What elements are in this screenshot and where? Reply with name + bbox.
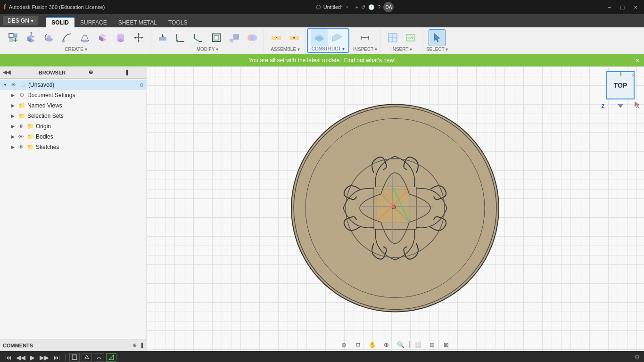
origin-visibility-icon[interactable]: 👁	[17, 123, 25, 130]
notification-close-btn[interactable]: ×	[636, 57, 639, 64]
close-btn[interactable]: ×	[631, 3, 640, 12]
new-component-btn[interactable]	[5, 29, 22, 46]
assemble-label[interactable]: ASSEMBLE ▾	[271, 47, 300, 53]
notification-link[interactable]: Find out what's new.	[344, 57, 395, 64]
select-label[interactable]: SELECT ▾	[426, 47, 448, 53]
as-built-joint-btn[interactable]	[286, 29, 303, 46]
select-btn[interactable]	[429, 29, 446, 46]
svg-rect-69	[72, 355, 77, 360]
user-icon[interactable]: DA	[383, 2, 394, 12]
loft-btn[interactable]	[76, 29, 93, 46]
modify-label[interactable]: MODIFY ▾	[197, 47, 218, 53]
shell-btn[interactable]	[208, 29, 225, 46]
help-icon[interactable]: ?	[378, 4, 380, 10]
app-title: Autodesk Fusion 360 (Education License)	[9, 4, 105, 10]
scale-btn[interactable]	[226, 29, 243, 46]
design-button[interactable]: DESIGN ▾	[3, 16, 38, 25]
extrude-btn[interactable]	[23, 29, 40, 46]
insert-label[interactable]: INSERT ▾	[391, 47, 412, 53]
svg-rect-33	[230, 39, 233, 42]
tab-sheet-metal[interactable]: SHEET METAL	[113, 18, 163, 27]
settings-cog-btn[interactable]: ⚙	[634, 354, 640, 361]
fillet-btn[interactable]	[172, 29, 189, 46]
browser-collapse-btn[interactable]: ▐	[110, 68, 143, 77]
svg-marker-24	[138, 41, 140, 42]
hand-btn[interactable]: ✋	[366, 339, 379, 350]
collapse-sidebar-btn[interactable]: ◀◀	[3, 69, 36, 75]
tree-item-root[interactable]: ▼ 👁 ☐ (Unsaved) ⚙	[0, 80, 146, 90]
bodies-visibility-icon[interactable]: 👁	[17, 133, 25, 140]
construct-label[interactable]: CONSTRUCT ▾	[312, 46, 345, 52]
compass-close-btn[interactable]: ×	[632, 72, 638, 79]
insert-mesh-btn[interactable]	[384, 29, 401, 46]
grid-btn[interactable]: ⊞	[426, 339, 439, 350]
tab-tools[interactable]: TOOLS	[163, 18, 193, 27]
tab-surface[interactable]: SURFACE	[74, 18, 113, 27]
frame-sketch-box[interactable]	[106, 353, 116, 362]
frame-poly-box[interactable]	[82, 353, 92, 362]
offset-plane-btn[interactable]	[311, 29, 328, 46]
play-btn[interactable]: ▶	[29, 354, 36, 361]
viewport[interactable]: TOP X Z × ⊕ ⊡ ✋ ⊕ 🔍	[146, 66, 644, 351]
visibility-icon[interactable]: 👁	[9, 81, 17, 89]
layout-btn[interactable]: ⊠	[440, 339, 453, 350]
viewport-toolbar: ⊕ ⊡ ✋ ⊕ 🔍 ⬜ ⊞ ⊠	[146, 338, 644, 351]
minimize-btn[interactable]: −	[605, 3, 614, 12]
first-frame-btn[interactable]: ⏮	[4, 354, 13, 361]
insert-svg-btn[interactable]: SVG	[402, 29, 419, 46]
combine-btn[interactable]	[244, 29, 261, 46]
tree-item-bodies[interactable]: ▶ 👁 📁 Bodies	[0, 132, 146, 142]
box-btn[interactable]	[94, 29, 111, 46]
browser-settings-btn[interactable]: ⊕	[74, 68, 107, 77]
expand-icon: ▼	[2, 82, 8, 88]
3d-model	[282, 95, 508, 323]
tree-item-named-views[interactable]: ▶ 📁 Named Views	[0, 100, 146, 111]
cylinder-btn[interactable]	[112, 29, 129, 46]
display-mode-btn[interactable]: ⬜	[412, 339, 425, 350]
tab-icon: ⬡	[316, 4, 321, 10]
new-tab-btn[interactable]: +	[355, 4, 358, 10]
svg-rect-1	[13, 33, 17, 38]
svg-point-42	[293, 37, 295, 39]
zoom-btn[interactable]: 🔍	[394, 339, 407, 350]
tab-close-icon[interactable]: ×	[346, 4, 348, 10]
move-btn[interactable]	[130, 29, 147, 46]
comments-collapse-btn[interactable]: ▐	[140, 343, 143, 348]
tree-item-sketches[interactable]: ▶ 👁 📁 Sketches	[0, 142, 146, 152]
tree-item-selection-sets[interactable]: ▶ 📁 Selection Sets	[0, 111, 146, 121]
zoom-selected-btn[interactable]: ⊕	[380, 339, 393, 350]
tree-item-origin[interactable]: ▶ 👁 📁 Origin	[0, 121, 146, 132]
compass-down-btn[interactable]	[618, 104, 623, 108]
compass-right-btn[interactable]	[635, 101, 638, 107]
tree-label-origin: Origin	[36, 123, 144, 130]
tab-solid[interactable]: SOLID	[46, 17, 74, 27]
settings-icon[interactable]: ⚙	[140, 82, 144, 88]
plane-angle-btn[interactable]	[329, 29, 346, 46]
tree-item-doc-settings[interactable]: ▶ ⚙ Document Settings	[0, 90, 146, 100]
inspect-label[interactable]: INSPECT ▾	[353, 47, 377, 53]
orbit-btn[interactable]: ⊕	[338, 339, 351, 350]
press-pull-btn[interactable]	[154, 29, 171, 46]
svg-rect-27	[159, 37, 166, 41]
pan-btn[interactable]: ⊡	[352, 339, 365, 350]
navigation-cube[interactable]: TOP X Z ×	[602, 71, 639, 109]
frame-free-box[interactable]	[94, 353, 104, 362]
last-frame-btn[interactable]: ⏭	[52, 354, 61, 361]
create-label[interactable]: CREATE ▾	[65, 47, 87, 53]
svg-point-13	[81, 40, 89, 42]
sweep-btn[interactable]	[58, 29, 75, 46]
comments-add-btn[interactable]: ⊕	[132, 342, 137, 348]
svg-point-22	[117, 33, 124, 36]
chamfer-btn[interactable]	[190, 29, 207, 46]
sketches-visibility-icon[interactable]: 👁	[17, 143, 25, 151]
prev-frame-btn[interactable]: ◀◀	[15, 354, 27, 361]
frame-select-box[interactable]	[69, 353, 80, 362]
joint-btn[interactable]	[268, 29, 285, 46]
maximize-btn[interactable]: □	[618, 3, 627, 12]
revolve-btn[interactable]	[41, 29, 58, 46]
measure-btn[interactable]	[356, 29, 373, 46]
refresh-icon[interactable]: ↺	[361, 4, 365, 10]
next-frame-btn[interactable]: ▶▶	[38, 354, 50, 361]
folder-sketches-icon: 📁	[26, 143, 34, 151]
history-icon[interactable]: 🕐	[368, 4, 375, 10]
